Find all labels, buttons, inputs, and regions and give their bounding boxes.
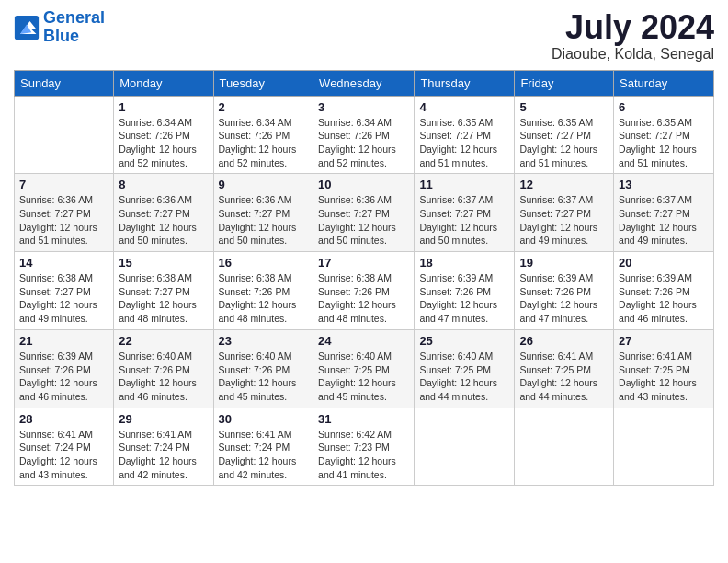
day-number: 7: [19, 178, 108, 191]
day-number: 18: [419, 256, 509, 270]
day-info: Sunrise: 6:36 AM Sunset: 7:27 PM Dayligh…: [19, 193, 108, 247]
day-info: Sunrise: 6:39 AM Sunset: 7:26 PM Dayligh…: [619, 271, 709, 326]
day-number: 1: [119, 100, 208, 114]
weekday-header-tuesday: Tuesday: [213, 70, 313, 96]
day-info: Sunrise: 6:41 AM Sunset: 7:25 PM Dayligh…: [519, 350, 609, 404]
day-info: Sunrise: 6:39 AM Sunset: 7:26 PM Dayligh…: [419, 271, 509, 326]
day-number: 17: [318, 256, 409, 270]
day-number: 27: [619, 334, 709, 348]
calendar-cell: 24Sunrise: 6:40 AM Sunset: 7:25 PM Dayli…: [313, 329, 415, 408]
day-number: 25: [419, 334, 509, 348]
day-number: 15: [119, 256, 208, 270]
calendar-cell: 30Sunrise: 6:41 AM Sunset: 7:24 PM Dayli…: [213, 408, 313, 486]
day-info: Sunrise: 6:38 AM Sunset: 7:27 PM Dayligh…: [19, 271, 108, 326]
day-number: 29: [119, 412, 208, 426]
day-info: Sunrise: 6:34 AM Sunset: 7:26 PM Dayligh…: [318, 116, 409, 170]
day-info: Sunrise: 6:34 AM Sunset: 7:26 PM Dayligh…: [219, 116, 309, 170]
calendar-cell: 23Sunrise: 6:40 AM Sunset: 7:26 PM Dayli…: [213, 329, 313, 408]
calendar-cell: 4Sunrise: 6:35 AM Sunset: 7:27 PM Daylig…: [415, 96, 515, 174]
calendar-cell: 29Sunrise: 6:41 AM Sunset: 7:24 PM Dayli…: [114, 408, 213, 486]
weekday-header-sunday: Sunday: [15, 70, 114, 96]
day-number: 6: [619, 100, 709, 114]
day-info: Sunrise: 6:41 AM Sunset: 7:24 PM Dayligh…: [119, 428, 208, 482]
day-number: 5: [519, 100, 609, 114]
day-number: 24: [318, 334, 409, 348]
weekday-header-row: SundayMondayTuesdayWednesdayThursdayFrid…: [15, 70, 714, 96]
calendar-cell: 31Sunrise: 6:42 AM Sunset: 7:23 PM Dayli…: [313, 408, 415, 486]
title-block: July 2024 Diaoube, Kolda, Senegal: [552, 9, 714, 63]
page-header: General Blue July 2024 Diaoube, Kolda, S…: [14, 9, 714, 63]
weekday-header-wednesday: Wednesday: [313, 70, 415, 96]
day-number: 16: [219, 256, 309, 270]
calendar-cell: 13Sunrise: 6:37 AM Sunset: 7:27 PM Dayli…: [614, 174, 714, 252]
calendar-table: SundayMondayTuesdayWednesdayThursdayFrid…: [14, 70, 714, 487]
day-number: 10: [318, 178, 409, 191]
day-info: Sunrise: 6:35 AM Sunset: 7:27 PM Dayligh…: [419, 116, 509, 170]
calendar-cell: 16Sunrise: 6:38 AM Sunset: 7:26 PM Dayli…: [213, 252, 313, 330]
day-number: 22: [119, 334, 208, 348]
day-info: Sunrise: 6:38 AM Sunset: 7:26 PM Dayligh…: [219, 271, 309, 326]
calendar-cell: [515, 408, 614, 486]
day-number: 9: [219, 178, 309, 191]
calendar-cell: 17Sunrise: 6:38 AM Sunset: 7:26 PM Dayli…: [313, 252, 415, 330]
day-info: Sunrise: 6:41 AM Sunset: 7:24 PM Dayligh…: [19, 428, 108, 482]
logo-icon: [14, 15, 40, 40]
day-number: 3: [318, 100, 409, 114]
calendar-cell: 27Sunrise: 6:41 AM Sunset: 7:25 PM Dayli…: [614, 329, 714, 408]
day-number: 23: [219, 334, 309, 348]
day-info: Sunrise: 6:39 AM Sunset: 7:26 PM Dayligh…: [519, 271, 609, 326]
calendar-cell: 8Sunrise: 6:36 AM Sunset: 7:27 PM Daylig…: [114, 174, 213, 252]
day-info: Sunrise: 6:40 AM Sunset: 7:26 PM Dayligh…: [119, 350, 208, 404]
calendar-cell: 3Sunrise: 6:34 AM Sunset: 7:26 PM Daylig…: [313, 96, 415, 174]
logo-line1: General: [43, 8, 105, 27]
month-year-title: July 2024: [552, 9, 714, 46]
calendar-cell: 25Sunrise: 6:40 AM Sunset: 7:25 PM Dayli…: [415, 329, 515, 408]
logo: General Blue: [14, 9, 105, 46]
calendar-cell: 15Sunrise: 6:38 AM Sunset: 7:27 PM Dayli…: [114, 252, 213, 330]
weekday-header-saturday: Saturday: [614, 70, 714, 96]
day-number: 4: [419, 100, 509, 114]
weekday-header-thursday: Thursday: [415, 70, 515, 96]
calendar-cell: 28Sunrise: 6:41 AM Sunset: 7:24 PM Dayli…: [15, 408, 114, 486]
day-info: Sunrise: 6:34 AM Sunset: 7:26 PM Dayligh…: [119, 116, 208, 170]
day-number: 20: [619, 256, 709, 270]
calendar-cell: [614, 408, 714, 486]
day-info: Sunrise: 6:40 AM Sunset: 7:25 PM Dayligh…: [318, 350, 409, 404]
day-info: Sunrise: 6:41 AM Sunset: 7:24 PM Dayligh…: [219, 428, 309, 482]
day-info: Sunrise: 6:37 AM Sunset: 7:27 PM Dayligh…: [519, 193, 609, 247]
day-info: Sunrise: 6:36 AM Sunset: 7:27 PM Dayligh…: [119, 193, 208, 247]
calendar-cell: [15, 96, 114, 174]
location-subtitle: Diaoube, Kolda, Senegal: [552, 46, 714, 63]
calendar-cell: 5Sunrise: 6:35 AM Sunset: 7:27 PM Daylig…: [515, 96, 614, 174]
calendar-week-row: 14Sunrise: 6:38 AM Sunset: 7:27 PM Dayli…: [15, 252, 714, 330]
calendar-week-row: 1Sunrise: 6:34 AM Sunset: 7:26 PM Daylig…: [15, 96, 714, 174]
logo-line2: Blue: [43, 27, 79, 45]
calendar-week-row: 21Sunrise: 6:39 AM Sunset: 7:26 PM Dayli…: [15, 329, 714, 408]
calendar-week-row: 7Sunrise: 6:36 AM Sunset: 7:27 PM Daylig…: [15, 174, 714, 252]
day-number: 26: [519, 334, 609, 348]
calendar-cell: 1Sunrise: 6:34 AM Sunset: 7:26 PM Daylig…: [114, 96, 213, 174]
day-number: 31: [318, 412, 409, 426]
calendar-cell: 22Sunrise: 6:40 AM Sunset: 7:26 PM Dayli…: [114, 329, 213, 408]
calendar-cell: 18Sunrise: 6:39 AM Sunset: 7:26 PM Dayli…: [415, 252, 515, 330]
calendar-cell: 14Sunrise: 6:38 AM Sunset: 7:27 PM Dayli…: [15, 252, 114, 330]
day-number: 21: [19, 334, 108, 348]
day-info: Sunrise: 6:36 AM Sunset: 7:27 PM Dayligh…: [318, 193, 409, 247]
day-number: 12: [519, 178, 609, 191]
calendar-cell: 21Sunrise: 6:39 AM Sunset: 7:26 PM Dayli…: [15, 329, 114, 408]
calendar-cell: 19Sunrise: 6:39 AM Sunset: 7:26 PM Dayli…: [515, 252, 614, 330]
calendar-cell: 11Sunrise: 6:37 AM Sunset: 7:27 PM Dayli…: [415, 174, 515, 252]
calendar-cell: 6Sunrise: 6:35 AM Sunset: 7:27 PM Daylig…: [614, 96, 714, 174]
day-number: 30: [219, 412, 309, 426]
day-number: 19: [519, 256, 609, 270]
calendar-cell: 26Sunrise: 6:41 AM Sunset: 7:25 PM Dayli…: [515, 329, 614, 408]
weekday-header-monday: Monday: [114, 70, 213, 96]
day-info: Sunrise: 6:36 AM Sunset: 7:27 PM Dayligh…: [219, 193, 309, 247]
calendar-week-row: 28Sunrise: 6:41 AM Sunset: 7:24 PM Dayli…: [15, 408, 714, 486]
day-number: 2: [219, 100, 309, 114]
day-info: Sunrise: 6:38 AM Sunset: 7:26 PM Dayligh…: [318, 271, 409, 326]
day-number: 11: [419, 178, 509, 191]
calendar-cell: 10Sunrise: 6:36 AM Sunset: 7:27 PM Dayli…: [313, 174, 415, 252]
day-number: 13: [619, 178, 709, 191]
calendar-cell: 12Sunrise: 6:37 AM Sunset: 7:27 PM Dayli…: [515, 174, 614, 252]
